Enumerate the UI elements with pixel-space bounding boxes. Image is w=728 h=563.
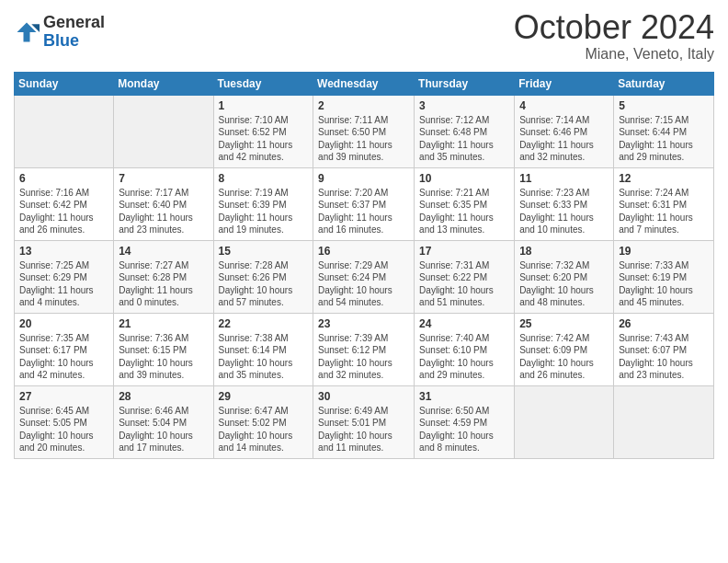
day-info: Sunrise: 7:42 AMSunset: 6:09 PMDaylight:… (519, 333, 594, 381)
logo-icon (14, 19, 40, 45)
weekday-header-tuesday: Tuesday (213, 72, 313, 95)
day-cell: 15Sunrise: 7:28 AMSunset: 6:26 PMDayligh… (213, 240, 313, 313)
day-info: Sunrise: 6:45 AMSunset: 5:05 PMDaylight:… (19, 406, 94, 454)
day-info: Sunrise: 7:25 AMSunset: 6:29 PMDaylight:… (19, 260, 94, 308)
month-title: October 2024 (514, 9, 714, 46)
calendar-table: SundayMondayTuesdayWednesdayThursdayFrid… (14, 72, 714, 459)
week-row-3: 13Sunrise: 7:25 AMSunset: 6:29 PMDayligh… (15, 240, 714, 313)
logo-blue: Blue (43, 32, 105, 51)
day-cell: 19Sunrise: 7:33 AMSunset: 6:19 PMDayligh… (614, 240, 714, 313)
day-cell: 4Sunrise: 7:14 AMSunset: 6:46 PMDaylight… (515, 95, 614, 167)
day-number: 15 (219, 245, 309, 258)
day-number: 9 (318, 172, 409, 185)
title-block: October 2024 Miane, Veneto, Italy (514, 9, 714, 63)
day-number: 25 (519, 317, 609, 330)
day-cell: 28Sunrise: 6:46 AMSunset: 5:04 PMDayligh… (114, 385, 213, 458)
day-info: Sunrise: 7:39 AMSunset: 6:12 PMDaylight:… (318, 333, 392, 381)
day-number: 22 (219, 317, 309, 330)
day-cell: 6Sunrise: 7:16 AMSunset: 6:42 PMDaylight… (15, 167, 114, 240)
weekday-header-sunday: Sunday (15, 72, 114, 95)
day-cell (114, 95, 213, 167)
day-cell: 26Sunrise: 7:43 AMSunset: 6:07 PMDayligh… (614, 313, 714, 385)
day-info: Sunrise: 7:19 AMSunset: 6:39 PMDaylight:… (219, 188, 293, 236)
day-cell: 30Sunrise: 6:49 AMSunset: 5:01 PMDayligh… (313, 385, 415, 458)
day-number: 7 (119, 172, 208, 185)
day-info: Sunrise: 7:33 AMSunset: 6:19 PMDaylight:… (619, 260, 693, 308)
day-cell: 18Sunrise: 7:32 AMSunset: 6:20 PMDayligh… (515, 240, 614, 313)
day-cell: 27Sunrise: 6:45 AMSunset: 5:05 PMDayligh… (15, 385, 114, 458)
weekday-header-row: SundayMondayTuesdayWednesdayThursdayFrid… (15, 72, 714, 95)
day-info: Sunrise: 6:50 AMSunset: 4:59 PMDaylight:… (419, 406, 494, 454)
day-number: 1 (219, 99, 309, 112)
day-number: 20 (19, 317, 108, 330)
day-number: 19 (619, 245, 709, 258)
day-number: 29 (219, 390, 309, 403)
day-info: Sunrise: 7:43 AMSunset: 6:07 PMDaylight:… (619, 333, 693, 381)
day-number: 14 (119, 245, 208, 258)
day-info: Sunrise: 7:29 AMSunset: 6:24 PMDaylight:… (318, 260, 392, 308)
day-cell: 9Sunrise: 7:20 AMSunset: 6:37 PMDaylight… (313, 167, 415, 240)
day-number: 8 (219, 172, 309, 185)
week-row-2: 6Sunrise: 7:16 AMSunset: 6:42 PMDaylight… (15, 167, 714, 240)
day-cell: 21Sunrise: 7:36 AMSunset: 6:15 PMDayligh… (114, 313, 213, 385)
day-info: Sunrise: 7:12 AMSunset: 6:48 PMDaylight:… (419, 115, 494, 163)
day-cell: 24Sunrise: 7:40 AMSunset: 6:10 PMDayligh… (415, 313, 515, 385)
week-row-1: 1Sunrise: 7:10 AMSunset: 6:52 PMDaylight… (15, 95, 714, 167)
day-number: 3 (419, 99, 509, 112)
day-cell: 1Sunrise: 7:10 AMSunset: 6:52 PMDaylight… (213, 95, 313, 167)
day-info: Sunrise: 7:32 AMSunset: 6:20 PMDaylight:… (519, 260, 594, 308)
day-cell: 7Sunrise: 7:17 AMSunset: 6:40 PMDaylight… (114, 167, 213, 240)
day-cell: 12Sunrise: 7:24 AMSunset: 6:31 PMDayligh… (614, 167, 714, 240)
header: General Blue October 2024 Miane, Veneto,… (14, 9, 714, 63)
week-row-4: 20Sunrise: 7:35 AMSunset: 6:17 PMDayligh… (15, 313, 714, 385)
day-number: 31 (419, 390, 509, 403)
day-cell (515, 385, 614, 458)
weekday-header-monday: Monday (114, 72, 213, 95)
day-cell: 13Sunrise: 7:25 AMSunset: 6:29 PMDayligh… (15, 240, 114, 313)
day-number: 21 (119, 317, 208, 330)
day-info: Sunrise: 7:36 AMSunset: 6:15 PMDaylight:… (119, 333, 193, 381)
day-number: 10 (419, 172, 509, 185)
day-number: 5 (619, 99, 709, 112)
day-cell: 5Sunrise: 7:15 AMSunset: 6:44 PMDaylight… (614, 95, 714, 167)
logo: General Blue (14, 14, 105, 51)
day-cell: 17Sunrise: 7:31 AMSunset: 6:22 PMDayligh… (415, 240, 515, 313)
day-cell: 8Sunrise: 7:19 AMSunset: 6:39 PMDaylight… (213, 167, 313, 240)
day-cell: 22Sunrise: 7:38 AMSunset: 6:14 PMDayligh… (213, 313, 313, 385)
day-number: 17 (419, 245, 509, 258)
day-info: Sunrise: 7:21 AMSunset: 6:35 PMDaylight:… (419, 188, 494, 236)
day-info: Sunrise: 7:31 AMSunset: 6:22 PMDaylight:… (419, 260, 494, 308)
weekday-header-thursday: Thursday (415, 72, 515, 95)
day-cell: 16Sunrise: 7:29 AMSunset: 6:24 PMDayligh… (313, 240, 415, 313)
day-info: Sunrise: 7:11 AMSunset: 6:50 PMDaylight:… (318, 115, 392, 163)
day-number: 16 (318, 245, 409, 258)
week-row-5: 27Sunrise: 6:45 AMSunset: 5:05 PMDayligh… (15, 385, 714, 458)
day-cell: 20Sunrise: 7:35 AMSunset: 6:17 PMDayligh… (15, 313, 114, 385)
day-number: 11 (519, 172, 609, 185)
day-cell: 31Sunrise: 6:50 AMSunset: 4:59 PMDayligh… (415, 385, 515, 458)
day-number: 28 (119, 390, 208, 403)
day-info: Sunrise: 7:40 AMSunset: 6:10 PMDaylight:… (419, 333, 494, 381)
day-info: Sunrise: 7:17 AMSunset: 6:40 PMDaylight:… (119, 188, 193, 236)
day-info: Sunrise: 6:49 AMSunset: 5:01 PMDaylight:… (318, 406, 392, 454)
day-number: 24 (419, 317, 509, 330)
weekday-header-wednesday: Wednesday (313, 72, 415, 95)
day-info: Sunrise: 6:47 AMSunset: 5:02 PMDaylight:… (219, 406, 293, 454)
day-cell (15, 95, 114, 167)
day-cell (614, 385, 714, 458)
calendar-page: General Blue October 2024 Miane, Veneto,… (0, 0, 728, 563)
weekday-header-saturday: Saturday (614, 72, 714, 95)
day-number: 30 (318, 390, 409, 403)
day-number: 13 (19, 245, 108, 258)
day-info: Sunrise: 7:28 AMSunset: 6:26 PMDaylight:… (219, 260, 293, 308)
day-cell: 14Sunrise: 7:27 AMSunset: 6:28 PMDayligh… (114, 240, 213, 313)
day-cell: 3Sunrise: 7:12 AMSunset: 6:48 PMDaylight… (415, 95, 515, 167)
day-info: Sunrise: 7:23 AMSunset: 6:33 PMDaylight:… (519, 188, 594, 236)
day-info: Sunrise: 7:14 AMSunset: 6:46 PMDaylight:… (519, 115, 594, 163)
day-number: 2 (318, 99, 409, 112)
day-info: Sunrise: 7:24 AMSunset: 6:31 PMDaylight:… (619, 188, 693, 236)
weekday-header-friday: Friday (515, 72, 614, 95)
day-number: 4 (519, 99, 609, 112)
day-cell: 25Sunrise: 7:42 AMSunset: 6:09 PMDayligh… (515, 313, 614, 385)
day-number: 12 (619, 172, 709, 185)
